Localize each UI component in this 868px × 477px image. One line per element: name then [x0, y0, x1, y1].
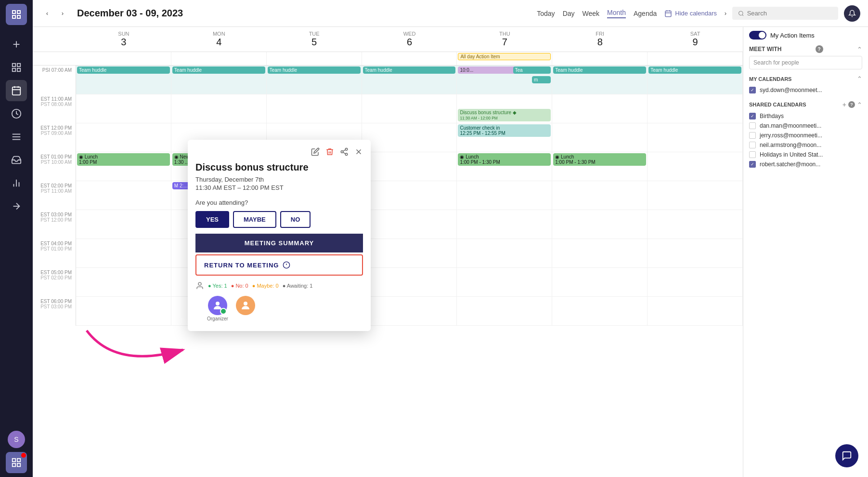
dan-checkbox[interactable] — [749, 122, 756, 129]
robert-checkbox[interactable] — [749, 161, 756, 168]
cell-sat-12pm[interactable] — [648, 123, 743, 152]
cell-sat-5pm[interactable] — [648, 268, 743, 297]
sidebar-item-more[interactable] — [6, 196, 27, 217]
cell-thu-4pm[interactable] — [457, 239, 552, 268]
cell-sun-7am[interactable]: Team huddle — [76, 66, 171, 94]
yes-button[interactable]: YES — [195, 211, 229, 228]
cell-sun-11am[interactable] — [76, 94, 171, 123]
cell-fri-2pm[interactable] — [552, 181, 648, 210]
cell-sat-2pm[interactable] — [648, 181, 743, 210]
cell-sat-4pm[interactable] — [648, 239, 743, 268]
calendar-item-robert[interactable]: robert.satcher@moon... — [749, 159, 862, 169]
cell-sun-2pm[interactable] — [76, 181, 171, 210]
view-day[interactable]: Day — [563, 10, 575, 17]
calendar-item-birthdays[interactable]: Birthdays — [749, 111, 862, 121]
cell-thu-5pm[interactable] — [457, 268, 552, 297]
event-team-huddle-sun[interactable]: Team huddle — [77, 66, 170, 74]
cell-thu-3pm[interactable] — [457, 210, 552, 239]
sidebar-item-activity[interactable] — [6, 103, 27, 124]
sidebar-item-new[interactable] — [6, 34, 27, 55]
notifications-button[interactable] — [844, 5, 860, 22]
cell-mon-7am[interactable]: Team huddle — [171, 66, 267, 94]
cell-wed-11am[interactable] — [362, 94, 457, 123]
delete-icon[interactable] — [325, 147, 334, 156]
cell-sun-12pm[interactable] — [76, 123, 171, 152]
panel-collapse-button[interactable]: › — [719, 7, 732, 20]
shared-collapse[interactable]: ⌃ — [857, 101, 862, 108]
maybe-button[interactable]: MAYBE — [233, 211, 276, 228]
cell-sat-6pm[interactable] — [648, 297, 743, 326]
cell-thu-12pm[interactable]: Customer check in12:25 PM - 12:55 PM — [457, 123, 552, 152]
birthdays-checkbox[interactable] — [749, 113, 756, 119]
cell-sat-7am[interactable]: Team huddle — [648, 66, 743, 94]
event-lunch-sun[interactable]: ◉ Lunch1:00 PM — [77, 153, 170, 166]
meet-with-collapse[interactable]: ⌃ — [857, 46, 862, 53]
search-people-field[interactable]: Search for people — [749, 56, 862, 69]
event-team-huddle-sat[interactable]: Team huddle — [648, 66, 741, 74]
prev-button[interactable]: ‹ — [40, 7, 54, 20]
cell-sun-4pm[interactable] — [76, 239, 171, 268]
cell-fri-7am[interactable]: Team huddle — [552, 66, 648, 94]
sidebar-item-apps[interactable] — [6, 57, 27, 78]
cell-sun-6pm[interactable] — [76, 297, 171, 326]
return-to-meeting-button[interactable]: RETURN TO MEETING — [195, 254, 363, 276]
view-month[interactable]: Month — [607, 9, 626, 18]
edit-icon[interactable] — [311, 147, 320, 156]
cell-sun-1pm[interactable]: ◉ Lunch1:00 PM — [76, 152, 171, 181]
cell-wed-4pm[interactable] — [362, 239, 457, 268]
cell-tue-7am[interactable]: Team huddle — [267, 66, 362, 94]
cell-wed-7am[interactable]: Team huddle — [362, 66, 457, 94]
calendar-item-neil[interactable]: neil.armstrong@moon... — [749, 140, 862, 150]
cell-wed-5pm[interactable] — [362, 268, 457, 297]
cell-fri-1pm[interactable]: ◉ Lunch1:00 PM - 1:30 PM — [552, 152, 648, 181]
event-discuss-bonus[interactable]: Discuss bonus structure ◆11:30 AM - 12:0… — [458, 109, 551, 121]
calendar-item-jerry[interactable]: jerry.ross@moonmeeti... — [749, 131, 862, 140]
cell-thu-6pm[interactable] — [457, 297, 552, 326]
cell-mon-11am[interactable] — [171, 94, 267, 123]
event-team-huddle-wed[interactable]: Team huddle — [363, 66, 456, 74]
cell-sat-3pm[interactable] — [648, 210, 743, 239]
holidays-checkbox[interactable] — [749, 151, 756, 158]
view-week[interactable]: Week — [583, 10, 600, 17]
event-team-thu-b[interactable]: Tea — [513, 66, 551, 74]
sidebar-item-calendar[interactable] — [6, 80, 27, 101]
cell-thu-7am[interactable]: 10:0... Tea m — [457, 66, 552, 94]
no-button[interactable]: NO — [280, 211, 311, 228]
cell-thu-1pm[interactable]: ◉ Lunch1:00 PM - 1:30 PM — [457, 152, 552, 181]
event-lunch-thu[interactable]: ◉ Lunch1:00 PM - 1:30 PM — [458, 153, 551, 166]
share-icon[interactable] — [340, 147, 349, 156]
hide-calendars-button[interactable]: Hide calendars — [664, 10, 717, 17]
user-avatar[interactable]: S — [8, 431, 25, 448]
sidebar-item-inbox[interactable] — [6, 149, 27, 171]
calendar-item-syd[interactable]: syd.down@moonmeet... — [749, 85, 862, 95]
cell-fri-4pm[interactable] — [552, 239, 648, 268]
search-input[interactable] — [747, 10, 832, 17]
calendar-item-holidays[interactable]: Holidays in United Stat... — [749, 150, 862, 159]
cell-fri-3pm[interactable] — [552, 210, 648, 239]
all-day-action-event[interactable]: All day Action Item — [458, 53, 551, 60]
cell-fri-12pm[interactable] — [552, 123, 648, 152]
bot-button[interactable] — [6, 452, 27, 473]
sidebar-item-analytics[interactable] — [6, 172, 27, 194]
view-today[interactable]: Today — [537, 10, 555, 17]
cell-wed-6pm[interactable] — [362, 297, 457, 326]
event-team-huddle-tue[interactable]: Team huddle — [268, 66, 361, 74]
cell-fri-11am[interactable] — [552, 94, 648, 123]
cell-wed-2pm[interactable] — [362, 181, 457, 210]
event-team-huddle-mon[interactable]: Team huddle — [172, 66, 265, 74]
cell-fri-6pm[interactable] — [552, 297, 648, 326]
cell-thu-2pm[interactable] — [457, 181, 552, 210]
cell-tue-11am[interactable] — [267, 94, 362, 123]
cell-wed-1pm[interactable] — [362, 152, 457, 181]
my-calendars-collapse[interactable]: ⌃ — [857, 75, 862, 82]
cell-sat-11am[interactable] — [648, 94, 743, 123]
event-team-thu-c[interactable]: m — [532, 76, 551, 83]
cell-fri-5pm[interactable] — [552, 268, 648, 297]
app-logo[interactable] — [6, 4, 27, 25]
cell-sun-5pm[interactable] — [76, 268, 171, 297]
sidebar-item-menu[interactable] — [6, 126, 27, 147]
close-icon[interactable] — [354, 147, 363, 156]
neil-checkbox[interactable] — [749, 142, 756, 148]
cell-sat-1pm[interactable] — [648, 152, 743, 181]
cell-wed-12pm[interactable] — [362, 123, 457, 152]
